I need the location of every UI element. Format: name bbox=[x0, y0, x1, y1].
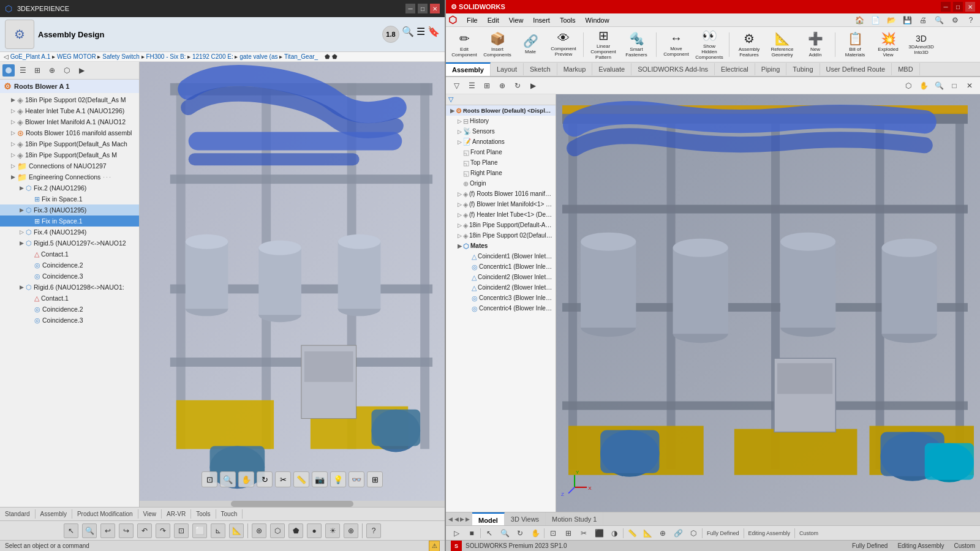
tab-standard[interactable]: Standard bbox=[0, 509, 36, 519]
tree-item[interactable]: ▷ ◈ 18in Pipe Support(Default_As Mach bbox=[0, 138, 139, 149]
tab-electrical[interactable]: Electrical bbox=[715, 63, 755, 75]
sw-crosshair-btn[interactable]: ⊕ bbox=[496, 79, 509, 92]
tab-mbd[interactable]: MBD bbox=[892, 63, 919, 75]
tree-item[interactable]: ▷ ◈ Blower Inlet Manifold A.1 (NAUO12 bbox=[0, 116, 139, 127]
h-scrollbar[interactable] bbox=[140, 501, 445, 507]
sw-rotate3-btn[interactable]: ↻ bbox=[513, 527, 527, 540]
rt-mates[interactable]: ▶ ⬡ Mates bbox=[446, 241, 556, 251]
rotate-btn[interactable]: ↻ bbox=[257, 471, 273, 487]
tree-item[interactable]: ◎ Coincidence.3 bbox=[0, 271, 139, 282]
tree-item[interactable]: △ Contact.1 bbox=[0, 293, 139, 304]
rt-root[interactable]: ▶ ⚙ Roots Blower (Default) <Display Stat… bbox=[446, 105, 556, 116]
sw-select-btn[interactable]: ↖ bbox=[483, 527, 496, 540]
expand-icon[interactable]: ▷ bbox=[9, 163, 17, 169]
sw-home-btn[interactable]: 🏠 bbox=[853, 13, 866, 27]
expand-icon[interactable]: ▶ bbox=[9, 174, 17, 180]
tree-target-icon[interactable]: ⊕ bbox=[45, 64, 59, 77]
search-icon[interactable]: 🔍 bbox=[402, 26, 414, 43]
linear-pattern-btn[interactable]: ⊞ Linear ComponentPattern bbox=[587, 30, 619, 59]
tree-item[interactable]: ◎ Coincidence.3 bbox=[0, 315, 139, 326]
tree-item-highlighted[interactable]: ⊞ Fix in Space.1 bbox=[0, 216, 139, 227]
menu-file[interactable]: File bbox=[462, 15, 483, 25]
rt-expand-icon[interactable]: ▷ bbox=[456, 191, 463, 197]
tree-item[interactable]: ▷ ◈ Heater Inlet Tube A.1 (NAUO1296) bbox=[0, 105, 139, 116]
tab-view[interactable]: View bbox=[138, 509, 162, 519]
section-btn[interactable]: ⬜ bbox=[192, 523, 207, 538]
back-btn[interactable]: ↩ bbox=[100, 523, 115, 538]
rt-part5[interactable]: ▷ ◈ 18in Pipe Support 02(Default_As M bbox=[446, 230, 556, 241]
menu-tools[interactable]: Tools bbox=[555, 15, 581, 25]
sw-window-btn[interactable]: □ bbox=[948, 79, 961, 92]
tab-sketch[interactable]: Sketch bbox=[524, 63, 557, 75]
tree-list-icon[interactable]: ☰ bbox=[16, 64, 29, 77]
sw-pan3-btn[interactable]: ✋ bbox=[529, 527, 542, 540]
undo-btn[interactable]: ↶ bbox=[137, 523, 152, 538]
sw-filter-btn[interactable]: ▽ bbox=[450, 79, 463, 92]
rt-expand-icon[interactable]: ▶ bbox=[448, 108, 456, 114]
sw-view-cube-btn[interactable]: ⬡ bbox=[902, 79, 915, 92]
rt-mate-4[interactable]: △ Coincident2 (Blower Inlet Ma bbox=[446, 282, 556, 293]
user-avatar[interactable]: 1.8 bbox=[382, 26, 399, 43]
mate-btn[interactable]: 🔗 Mate bbox=[514, 30, 546, 59]
rt-part2[interactable]: ▷ ◈ (f) Blower Inlet Manifold<1> (Def: bbox=[446, 199, 556, 209]
tab-model[interactable]: Model bbox=[472, 512, 505, 526]
tree-item[interactable]: ▶ 📁 Engineering Connections · · · bbox=[0, 171, 139, 182]
sw-grid2-btn[interactable]: ⊞ bbox=[480, 79, 494, 92]
minimize-button[interactable]: ─ bbox=[405, 4, 415, 13]
sw-more-btn[interactable]: ▶ bbox=[526, 79, 540, 92]
tree-item[interactable]: ◎ Coincidence.2 bbox=[0, 304, 139, 315]
component-preview-btn[interactable]: 👁 ComponentPreview bbox=[548, 30, 579, 59]
insert-components-btn[interactable]: 📦 InsertComponents bbox=[481, 30, 513, 59]
sw-view3-btn[interactable]: ⊞ bbox=[562, 527, 575, 540]
grid-btn[interactable]: ⊞ bbox=[367, 471, 383, 487]
show-hidden-btn[interactable]: 👀 ShowHiddenComponents bbox=[693, 30, 725, 59]
constraint-btn[interactable]: ⊛ bbox=[252, 523, 266, 538]
pan-btn[interactable]: ✋ bbox=[238, 471, 254, 487]
rt-expand-icon[interactable]: ▷ bbox=[456, 233, 463, 239]
section-btn[interactable]: ✂ bbox=[275, 471, 291, 487]
sw-snap-btn[interactable]: ⊕ bbox=[656, 527, 669, 540]
sw-display-btn[interactable]: ⬛ bbox=[592, 527, 606, 540]
sw-rotate2-btn[interactable]: ↻ bbox=[511, 79, 524, 92]
tab-piping[interactable]: Piping bbox=[755, 63, 787, 75]
render-btn[interactable]: 💡 bbox=[330, 471, 346, 487]
rt-sensors[interactable]: ▷ 📡 Sensors bbox=[446, 126, 556, 137]
meas-btn[interactable]: 📐 bbox=[229, 523, 244, 538]
tree-root-node[interactable]: ⚙ Roots Blower A 1 bbox=[0, 80, 139, 93]
rt-expand-icon[interactable]: ▶ bbox=[456, 243, 463, 249]
sw-viewport[interactable]: X Y Z bbox=[556, 94, 980, 512]
breadcrumb-nav-icon[interactable]: ⬟ ⬟ bbox=[325, 53, 337, 60]
expand-icon[interactable]: ▷ bbox=[9, 152, 17, 158]
move-component-btn[interactable]: ↔ MoveComponent bbox=[660, 30, 692, 59]
sw-help-btn[interactable]: ? bbox=[964, 13, 978, 27]
sw-zoom2-btn[interactable]: 🔍 bbox=[932, 79, 946, 92]
menu-edit[interactable]: Edit bbox=[483, 15, 504, 25]
tree-item[interactable]: ▶ ⬡ Fix.2 (NAUO1296) bbox=[0, 182, 139, 193]
sw-minimize-btn[interactable]: ─ bbox=[941, 2, 951, 12]
rt-expand-icon[interactable]: ▷ bbox=[456, 118, 463, 124]
tree-item[interactable]: ⊞ Fix in Space.1 bbox=[0, 193, 139, 204]
smart-fasteners-btn[interactable]: 🔩 SmartFasteners bbox=[620, 30, 652, 59]
tab-ar-vr[interactable]: AR-VR bbox=[162, 509, 191, 519]
tree-home-icon[interactable] bbox=[2, 64, 15, 77]
expand-icon[interactable]: ▶ bbox=[17, 185, 26, 191]
sw-restore-btn[interactable]: □ bbox=[953, 2, 963, 12]
sw-save-btn[interactable]: 💾 bbox=[900, 13, 914, 27]
sw-close2-btn[interactable]: ✕ bbox=[963, 79, 976, 92]
left-viewport[interactable]: ⊡ 🔍 ✋ ↻ ✂ 📏 📷 💡 👓 ⊞ bbox=[140, 62, 445, 507]
nav2-btn[interactable]: ⊕ bbox=[344, 523, 358, 538]
rt-mate-5[interactable]: ◎ Concentric3 (Blower Inlet Ma bbox=[446, 293, 556, 303]
sw-ref3-btn[interactable]: 📐 bbox=[641, 527, 654, 540]
tab-user-route[interactable]: User Defined Route bbox=[820, 63, 892, 75]
nav-btn[interactable]: 🔍 bbox=[82, 523, 97, 538]
sw-list-btn[interactable]: ☰ bbox=[465, 79, 478, 92]
sw-section3-btn[interactable]: ✂ bbox=[577, 527, 590, 540]
tab-tubing[interactable]: Tubing bbox=[786, 63, 820, 75]
tab-tools[interactable]: Tools bbox=[191, 509, 216, 519]
vr-btn[interactable]: 👓 bbox=[349, 471, 364, 487]
expand-icon[interactable]: ▷ bbox=[9, 119, 17, 125]
sw-pan2-btn[interactable]: ✋ bbox=[917, 79, 930, 92]
sw-play-btn[interactable]: ▷ bbox=[450, 527, 463, 540]
sw-constraint3-btn[interactable]: 🔗 bbox=[671, 527, 685, 540]
redo-btn[interactable]: ↷ bbox=[156, 523, 170, 538]
